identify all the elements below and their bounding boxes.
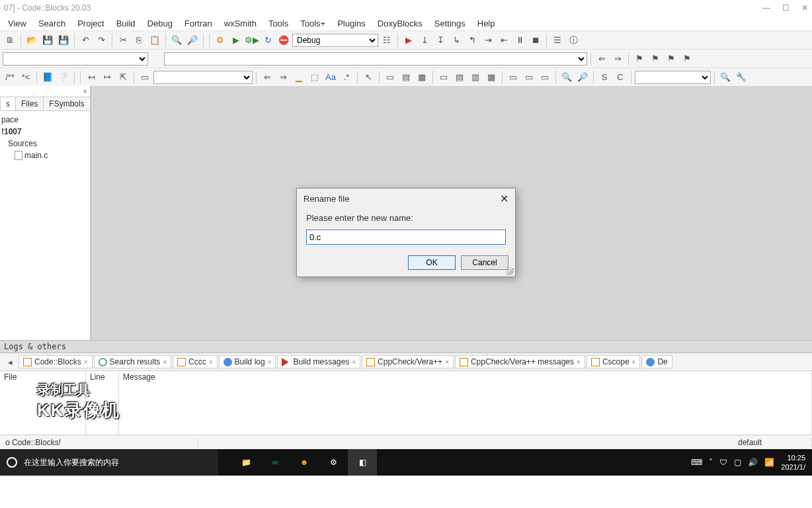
tab-fsymbols[interactable]: FSymbols — [43, 97, 90, 110]
run-to-cursor-icon[interactable]: ⤓ — [417, 33, 432, 48]
tab1-icon[interactable]: ▭ — [506, 70, 520, 85]
break-icon[interactable]: ⏸ — [512, 33, 527, 48]
log-tab-buildmsg[interactable]: Build messages× — [277, 355, 360, 368]
rename-input[interactable] — [306, 230, 506, 245]
open-icon[interactable]: 📂 — [24, 33, 39, 48]
menu-plugins[interactable]: Plugins — [332, 17, 371, 30]
tab-close-icon[interactable]: × — [445, 359, 449, 366]
tree-workspace[interactable]: pace — [1, 114, 89, 126]
tab-files[interactable]: Files — [15, 97, 44, 110]
codeblocks-icon[interactable]: ◧ — [348, 449, 377, 476]
next-line-icon[interactable]: ↧ — [433, 33, 448, 48]
build-icon[interactable]: ⚙ — [213, 33, 227, 48]
regex-icon[interactable]: .* — [339, 70, 354, 85]
cut-icon[interactable]: ✂ — [116, 33, 130, 48]
copy-icon[interactable]: ⎘ — [132, 33, 146, 48]
tree-folder[interactable]: Sources — [1, 138, 89, 149]
explorer-icon[interactable]: 📁 — [231, 449, 261, 476]
menu-toolsplus[interactable]: Tools+ — [295, 17, 331, 30]
help-icon[interactable]: ❔ — [56, 70, 71, 85]
menu-debug[interactable]: Debug — [142, 17, 178, 30]
run-icon[interactable]: ▶ — [229, 33, 243, 48]
tab-close-icon[interactable]: × — [352, 359, 356, 366]
log-tab-cppcheckmsg[interactable]: CppCheck/Vera++ messages× — [455, 355, 585, 368]
tray-shield-icon[interactable]: 🛡 — [719, 458, 727, 467]
layout2-icon[interactable]: ▤ — [452, 70, 467, 85]
log-tab-codeblocks[interactable]: Code::Blocks× — [19, 355, 93, 368]
bookmark-next-icon[interactable]: ⚑ — [664, 52, 678, 66]
bookmark-flag-icon[interactable]: ⚑ — [632, 52, 647, 66]
tray-keyboard-icon[interactable]: ⌨ — [691, 458, 702, 467]
tab-close-icon[interactable]: × — [163, 359, 167, 366]
zoom-in-icon[interactable]: 🔍 — [559, 70, 574, 85]
find-icon[interactable]: 🔍 — [169, 33, 184, 48]
menu-view[interactable]: View — [3, 17, 32, 30]
maximize-icon[interactable]: ☐ — [782, 3, 790, 13]
last-jump-icon[interactable]: ⇱ — [116, 70, 130, 85]
bookmark-prev-icon[interactable]: ⚑ — [648, 52, 663, 66]
pointer-icon[interactable]: ↖ — [361, 70, 376, 85]
logs-prev-icon[interactable]: ◂ — [3, 355, 17, 369]
redo-icon[interactable]: ↷ — [94, 33, 108, 48]
dialog-close-icon[interactable]: ✕ — [500, 192, 508, 205]
search2-icon[interactable]: 🔍 — [718, 70, 733, 85]
jump-back-icon[interactable]: ↤ — [84, 70, 99, 85]
grid-icon[interactable]: ▦ — [415, 70, 429, 85]
menu-project[interactable]: Project — [72, 17, 109, 30]
next-icon[interactable]: ⇒ — [276, 70, 290, 85]
tab-close-icon[interactable]: × — [209, 359, 213, 366]
uncomment-icon[interactable]: *< — [19, 70, 33, 85]
step-out-icon[interactable]: ↰ — [465, 33, 479, 48]
jump-fwd-icon[interactable]: ↦ — [100, 70, 114, 85]
c-icon[interactable]: C — [613, 70, 628, 85]
highlight-icon[interactable]: ▁ — [292, 70, 306, 85]
tab-close-icon[interactable]: × — [84, 359, 88, 366]
taskbar-clock[interactable]: 10:25 2021/1/ — [781, 453, 805, 472]
jumps-combo[interactable] — [153, 71, 253, 84]
menu-tools[interactable]: Tools — [263, 17, 294, 30]
log-tab-cccc[interactable]: Cccc× — [173, 355, 218, 368]
undo-icon[interactable]: ↶ — [78, 33, 93, 48]
tray-up-icon[interactable]: ˄ — [709, 458, 713, 467]
select-icon[interactable]: ⬚ — [307, 70, 322, 85]
replace-icon[interactable]: 🔎 — [185, 33, 200, 48]
matchcase-icon[interactable]: Aa — [323, 70, 338, 85]
paste-icon[interactable]: 📋 — [147, 33, 162, 48]
tree-project[interactable]: !1007 — [1, 126, 89, 138]
app-icon[interactable]: ☻ — [290, 449, 319, 476]
nav-fwd-icon[interactable]: ⇒ — [610, 52, 625, 66]
taskbar-search[interactable]: 在这里输入你要搜索的内容 — [0, 449, 218, 476]
tree-file[interactable]: main.c — [1, 149, 89, 161]
menu-wxsmith[interactable]: wxSmith — [219, 17, 262, 30]
tray-volume-icon[interactable]: 🔊 — [748, 458, 758, 467]
tray-wifi-icon[interactable]: 📶 — [764, 458, 774, 467]
save-icon[interactable]: 💾 — [40, 33, 55, 48]
wrench-icon[interactable]: 🔧 — [734, 70, 749, 85]
log-tab-cppcheck[interactable]: CppCheck/Vera++× — [362, 355, 454, 368]
tab-projects[interactable]: s — [0, 97, 16, 110]
arduino-icon[interactable]: ∞ — [261, 449, 290, 476]
settings-icon[interactable]: ⚙ — [319, 449, 348, 476]
panel-close-icon[interactable]: × — [83, 87, 87, 95]
panel-icon[interactable]: ▤ — [399, 70, 413, 85]
tab-close-icon[interactable]: × — [268, 359, 272, 366]
save-all-icon[interactable]: 💾 — [56, 33, 71, 48]
s-icon[interactable]: S — [597, 70, 612, 85]
build-target-combo[interactable]: Debug — [292, 34, 378, 47]
build-run-icon[interactable]: ⚙▶ — [245, 33, 259, 48]
resize-grip-icon[interactable] — [506, 267, 514, 275]
ok-button[interactable]: OK — [408, 255, 456, 270]
log-tab-de[interactable]: De — [641, 355, 672, 368]
info-icon[interactable]: ⓘ — [566, 33, 581, 48]
log-tab-buildlog[interactable]: Build log× — [219, 355, 276, 368]
stop-debug-icon[interactable]: ⏹ — [528, 33, 543, 48]
close-icon[interactable]: ✕ — [801, 3, 808, 13]
minimize-icon[interactable]: — — [762, 3, 770, 13]
debug-windows-icon[interactable]: ☰ — [550, 33, 565, 48]
tab-close-icon[interactable]: × — [632, 359, 636, 366]
bookmark-clear-icon[interactable]: ⚑ — [680, 52, 694, 66]
prev-icon[interactable]: ⇐ — [260, 70, 274, 85]
doc-icon[interactable]: 📘 — [40, 70, 55, 85]
nav-back-icon[interactable]: ⇐ — [594, 52, 609, 66]
step-into-icon[interactable]: ↳ — [449, 33, 464, 48]
